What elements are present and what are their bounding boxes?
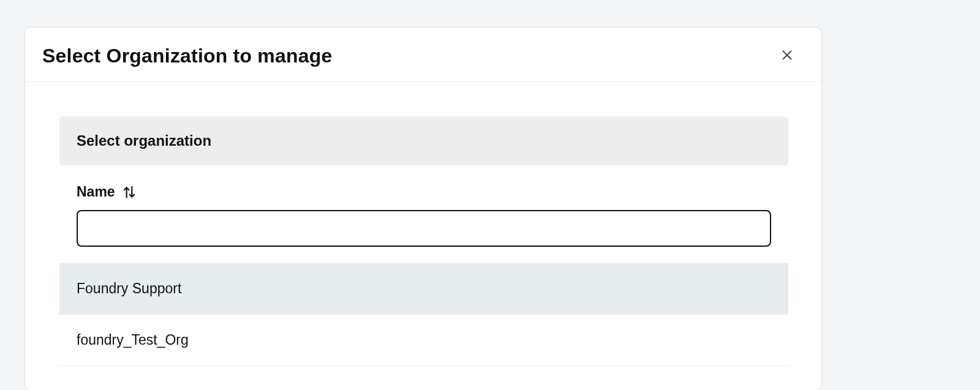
column-header-row: Name <box>59 165 788 210</box>
close-button[interactable] <box>775 43 799 68</box>
sort-icon[interactable] <box>121 184 137 200</box>
organization-list: Foundry Support foundry_Test_Org <box>59 263 788 366</box>
dialog-body: Select organization Name Foundry Suppo <box>25 82 821 366</box>
column-name-label: Name <box>77 184 115 200</box>
close-icon <box>780 48 794 64</box>
select-organization-dialog: Select Organization to manage Select org… <box>24 27 822 390</box>
search-wrap <box>59 210 788 263</box>
list-item[interactable]: foundry_Test_Org <box>59 315 788 366</box>
organization-panel: Select organization Name Foundry Suppo <box>59 116 788 366</box>
dialog-title: Select Organization to manage <box>42 45 332 67</box>
section-header: Select organization <box>59 116 788 165</box>
dialog-header: Select Organization to manage <box>25 28 821 82</box>
section-header-label: Select organization <box>77 132 771 149</box>
organization-search-input[interactable] <box>77 210 771 247</box>
list-item[interactable]: Foundry Support <box>59 263 788 315</box>
